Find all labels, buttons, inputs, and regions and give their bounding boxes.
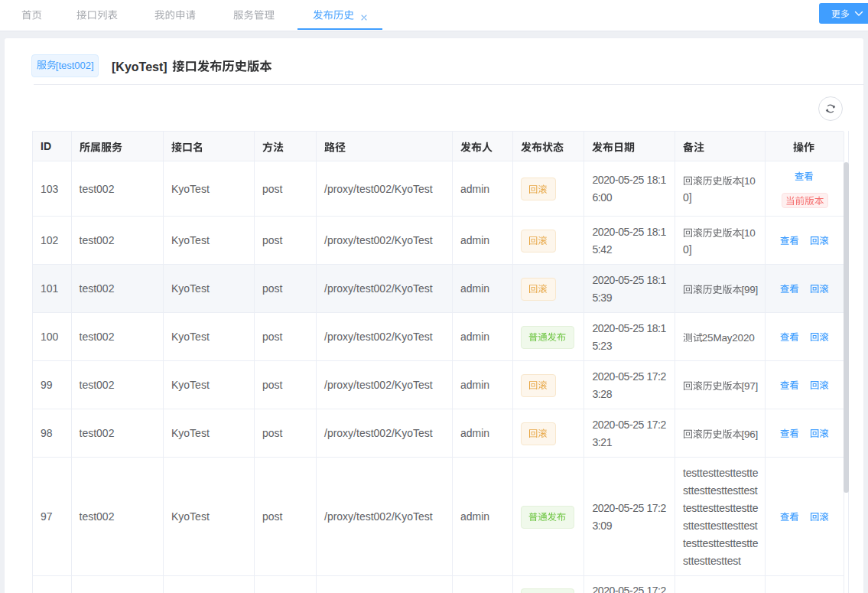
svg-text:[KyoTest]: [KyoTest] [112, 60, 167, 73]
svg-text:[10: [10 [741, 175, 755, 187]
svg-text:[99]: [99] [741, 284, 758, 295]
svg-text:[10: [10 [741, 227, 755, 239]
svg-text:25May2020: 25May2020 [702, 332, 755, 344]
svg-text:[97]: [97] [741, 380, 758, 392]
svg-text:[test002]: [test002] [56, 59, 94, 70]
svg-text:[96]: [96] [741, 428, 758, 440]
